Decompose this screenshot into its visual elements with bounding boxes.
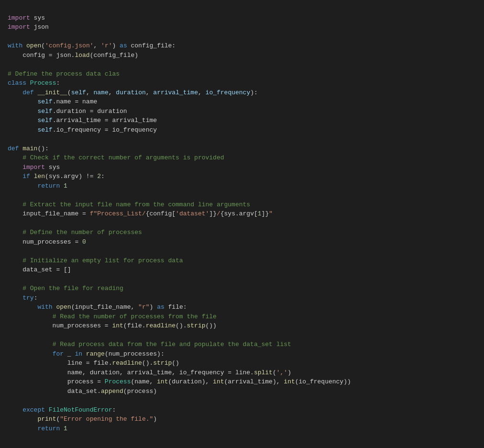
line-32: with open(input_file_name, "r") as file: bbox=[8, 303, 187, 311]
line-2: import json bbox=[8, 23, 49, 31]
line-31: try: bbox=[8, 294, 37, 302]
line-22: input_file_name = f"Process_List/{config… bbox=[8, 210, 273, 217]
line-21: # Extract the input file name from the c… bbox=[8, 201, 250, 208]
line-7: # Define the process data clas bbox=[8, 70, 120, 78]
line-25: num_processes = 0 bbox=[8, 238, 86, 246]
line-17: import sys bbox=[8, 164, 60, 171]
line-8: class Process: bbox=[8, 79, 60, 87]
line-16: # Check if the correct number of argumen… bbox=[8, 154, 224, 161]
line-43: except FileNotFoundError: bbox=[8, 406, 116, 414]
line-15: def main(): bbox=[8, 145, 49, 152]
line-19: return 1 bbox=[8, 182, 67, 190]
line-36: # Read process data from the file and po… bbox=[8, 341, 291, 348]
line-24: # Define the number of processes bbox=[8, 229, 142, 236]
line-34: num_processes = int(file.readline().stri… bbox=[8, 322, 217, 329]
line-12: self.arrival_time = arrival_time bbox=[8, 117, 157, 124]
line-33: # Read the number of processes from the … bbox=[8, 313, 217, 320]
line-38: line = file.readline().strip() bbox=[8, 359, 179, 367]
line-4: with open('config.json', 'r') as config_… bbox=[8, 42, 176, 49]
line-28: data_set = [] bbox=[8, 266, 71, 273]
line-37: for _ in range(num_processes): bbox=[8, 350, 165, 358]
line-30: # Open the file for reading bbox=[8, 285, 123, 292]
line-1: import sys bbox=[8, 14, 45, 22]
line-5: config = json.load(config_file) bbox=[8, 52, 138, 59]
line-40: process = Process(name, int(duration), i… bbox=[8, 378, 351, 385]
line-11: self.duration = duration bbox=[8, 108, 127, 115]
line-41: data_set.append(process) bbox=[8, 388, 157, 395]
line-18: if len(sys.argv) != 2: bbox=[8, 173, 105, 180]
line-9: def __init__(self, name, duration, arriv… bbox=[8, 89, 258, 96]
line-27: # Initialize an empty list for process d… bbox=[8, 257, 183, 264]
line-44: print("Error opening the file.") bbox=[8, 415, 157, 423]
line-13: self.io_frequency = io_frequency bbox=[8, 126, 157, 134]
line-39: name, duration, arrival_time, io_frequen… bbox=[8, 369, 291, 376]
code-editor: import sys import json with open('config… bbox=[0, 0, 484, 437]
line-45: return 1 bbox=[8, 425, 67, 432]
line-10: self.name = name bbox=[8, 98, 97, 105]
